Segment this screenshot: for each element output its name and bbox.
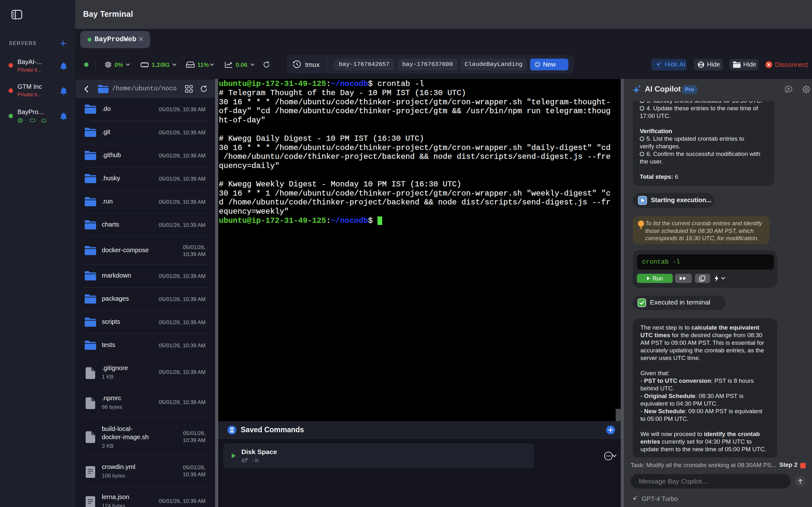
svg-text:': ' — [36, 118, 37, 122]
svg-text:': ' — [24, 119, 24, 123]
